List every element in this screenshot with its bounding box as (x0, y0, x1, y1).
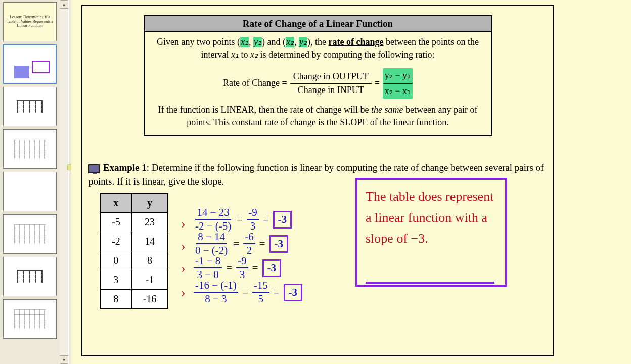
definition-box: Rate of Change of a Linear Function Give… (144, 15, 492, 136)
work-row: -16 − (-1)8 − 3 = -155 = -3 (194, 280, 302, 304)
interval-x2: x₂ (250, 50, 258, 60)
arrow-icon: › (181, 285, 186, 300)
formula-denominator: Change in INPUT (295, 84, 367, 97)
result-box: -3 (262, 259, 282, 277)
equals-sign: = (375, 77, 380, 89)
frac-num: 14 − 23 (195, 206, 231, 220)
arrow-icon: › (181, 261, 186, 276)
result-box: -3 (269, 235, 289, 253)
conclusion-text: The table does represent a linear functi… (357, 180, 505, 255)
def-text: ), the (307, 37, 328, 47)
point2-x: x₂ (286, 37, 294, 47)
frac-den: 3 (238, 268, 247, 281)
rate-of-change-label: rate of change (329, 37, 384, 47)
thumbnail-7[interactable] (3, 257, 57, 296)
cell-x: 8 (101, 290, 132, 309)
thumbnail-1-title-slide[interactable]: Lesson: Determining if a Table of Values… (3, 2, 57, 41)
thumbnail-3[interactable] (3, 87, 57, 126)
formula-left: Rate of Change = (223, 77, 287, 89)
frac-num: 8 − 14 (196, 231, 227, 244)
the-same: the same (371, 105, 403, 115)
def-text: ) and ( (262, 37, 286, 47)
cell-x: -5 (101, 213, 132, 232)
frac-num: -16 − (-1) (194, 279, 238, 293)
table-header-y: y (131, 194, 168, 213)
handwritten-work: 14 − 23-2 − (-5) = -93 = -3 8 − 140 − (-… (194, 207, 302, 304)
def-text: Given any two points ( (157, 37, 240, 47)
work-row: 14 − 23-2 − (-5) = -93 = -3 (194, 207, 302, 232)
cell-x: 3 (101, 270, 132, 290)
roc-numerator: y₂ − y₁ (383, 68, 413, 83)
cell-y: 8 (131, 251, 168, 270)
rate-of-change-formula: Rate of Change = Change in OUTPUT Change… (153, 68, 483, 98)
thumbnail-4[interactable] (3, 129, 57, 169)
result-box: -3 (284, 284, 303, 301)
frac-num: -6 (243, 231, 255, 244)
conclusion-underline (366, 282, 494, 284)
frac-den: 8 − 3 (203, 293, 228, 305)
example-label: Example 1 (103, 162, 147, 173)
work-row: 8 − 140 − (-2) = -62 = -3 (194, 232, 302, 256)
frac-num: -9 (236, 255, 248, 268)
point1-y: y₁ (253, 37, 262, 47)
def-text: If the function is LINEAR, then the rate… (158, 105, 371, 115)
values-table: x y -523 -214 08 3-1 8-16 (100, 193, 168, 309)
slide-canvas: Rate of Change of a Linear Function Give… (71, 0, 631, 364)
point1-x: x₁ (240, 37, 249, 47)
frac-num: -1 − 8 (194, 255, 222, 268)
cell-y: -16 (131, 290, 168, 309)
cell-x: 0 (101, 251, 132, 270)
thumbnail-6[interactable] (3, 214, 57, 254)
scroll-down-button[interactable]: ▾ (60, 355, 68, 364)
arrow-icon: › (181, 216, 186, 232)
formula-numerator: Change in OUTPUT (290, 70, 372, 83)
table-header-x: x (101, 194, 132, 213)
arrow-icon: › (181, 239, 186, 254)
slide-thumbnail-panel: Lesson: Determining if a Table of Values… (0, 0, 68, 364)
frac-num: -15 (252, 279, 269, 293)
definition-body: Given any two points (x₁, y₁) and (x₂, y… (145, 32, 491, 135)
thumbnail-8[interactable] (3, 299, 57, 339)
cell-y: -1 (131, 270, 168, 290)
work-row: -1 − 83 − 0 = -93 = -3 (194, 256, 302, 280)
slide-page: Rate of Change of a Linear Function Give… (81, 5, 554, 356)
thumbnail-2-current[interactable] (3, 44, 57, 84)
conclusion-box: The table does represent a linear functi… (355, 178, 507, 287)
thumbnail-5[interactable] (3, 172, 57, 211)
frac-num: -9 (247, 206, 259, 220)
point2-y: y₂ (299, 37, 307, 47)
cell-y: 23 (131, 213, 168, 232)
frac-den: 5 (256, 293, 265, 305)
roc-denominator: x₂ − x₁ (383, 84, 413, 99)
def-text: is determined by computing the following… (258, 50, 434, 60)
definition-title: Rate of Change of a Linear Function (145, 16, 491, 32)
interval-x1: x₁ (231, 50, 239, 60)
scroll-up-button[interactable]: ▴ (60, 0, 68, 9)
cell-x: -2 (101, 232, 132, 251)
monitor-icon (88, 164, 100, 173)
cell-y: 14 (131, 232, 168, 251)
thumbnail-scrollbar[interactable]: ▴ ▾ (60, 0, 68, 364)
result-box: -3 (273, 211, 292, 229)
def-text: to (239, 50, 250, 60)
thumbnail-list: Lesson: Determining if a Table of Values… (0, 0, 60, 364)
